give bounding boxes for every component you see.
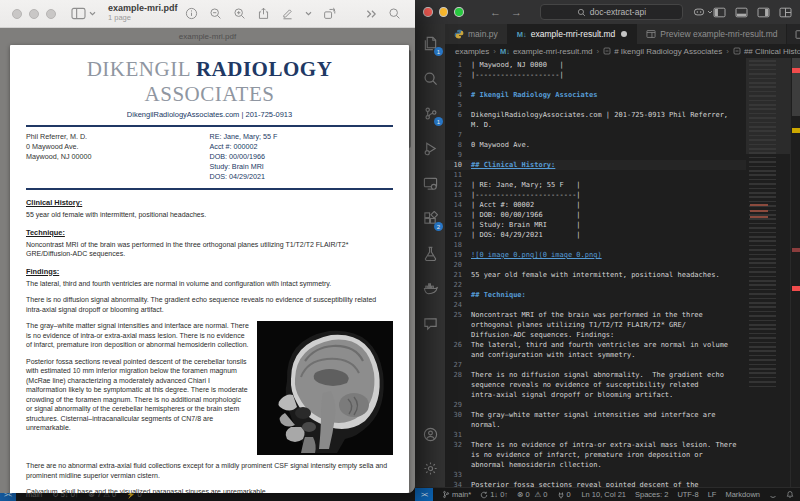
- explorer-icon[interactable]: 1: [419, 32, 441, 54]
- code-line[interactable]: 9: [445, 150, 746, 160]
- code-line[interactable]: Diffusion-ADC sequences. Findings:: [445, 330, 746, 340]
- breadcrumb-symbol-h2[interactable]: ## Clinical History:: [733, 47, 800, 56]
- sidebar-toggle-button[interactable]: [71, 7, 96, 20]
- minimize-window-button[interactable]: [439, 7, 449, 17]
- open-changes-icon[interactable]: [795, 29, 800, 40]
- command-center-search[interactable]: doc-extract-api: [540, 4, 683, 20]
- search-icon[interactable]: [419, 67, 441, 89]
- accounts-icon[interactable]: [419, 423, 441, 445]
- code-line[interactable]: 31: [445, 430, 746, 440]
- code-line[interactable]: 16 | Study: Brain MRI |: [445, 220, 746, 230]
- zoom-window-button[interactable]: [46, 9, 56, 19]
- info-button[interactable]: [185, 7, 198, 20]
- branch-status[interactable]: main*: [442, 490, 471, 499]
- code-line[interactable]: 5: [445, 100, 746, 110]
- code-line[interactable]: intra-axial signal dropoff or blooming a…: [445, 390, 746, 400]
- copilot-menu-button[interactable]: [693, 7, 713, 17]
- code-line[interactable]: orthogonal planes utilizing T1/T2/T2 FLA…: [445, 320, 746, 330]
- code-line[interactable]: M. D.: [445, 120, 746, 130]
- code-line[interactable]: 33: [445, 470, 746, 480]
- problems-status[interactable]: ⊗ 0 ⚠ 0: [517, 490, 547, 499]
- breadcrumb-file[interactable]: M↓ example-mri-result.md: [500, 47, 593, 56]
- minimize-window-button[interactable]: [29, 9, 39, 19]
- code-line[interactable]: 2 |--------------------|: [445, 70, 746, 80]
- toggle-primary-sidebar-button[interactable]: [713, 7, 726, 18]
- breadcrumb-symbol-h1[interactable]: # Ikengil Radiology Associates: [603, 47, 722, 56]
- extensions-icon[interactable]: 2: [419, 207, 441, 229]
- navigate-back-button[interactable]: ←: [490, 6, 501, 18]
- code-line[interactable]: and configuration with intact symmetry.: [445, 350, 746, 360]
- markup-button[interactable]: [281, 7, 294, 20]
- code-line[interactable]: 13 |------------------------|: [445, 190, 746, 200]
- zoom-out-button[interactable]: [209, 7, 222, 20]
- zoom-window-button[interactable]: [454, 7, 464, 17]
- editor-scrollbar[interactable]: [790, 58, 800, 487]
- code-line[interactable]: 21 55 year old female with intermittent,…: [445, 270, 746, 280]
- code-line[interactable]: 23 ## Technique:: [445, 290, 746, 300]
- breadcrumb-folder[interactable]: examples: [455, 47, 489, 56]
- code-line[interactable]: sequence reveals no evidence of suscepti…: [445, 380, 746, 390]
- code-line[interactable]: 6 DikengilRadiologyAssociates.com | 201-…: [445, 110, 746, 120]
- code-line[interactable]: 27: [445, 360, 746, 370]
- code-line[interactable]: abnormal hemosiderin cllection.: [445, 460, 746, 470]
- toggle-panel-button[interactable]: [735, 7, 748, 18]
- share-button[interactable]: [257, 7, 270, 20]
- toggle-secondary-sidebar-button[interactable]: [757, 7, 770, 18]
- rotate-button[interactable]: [323, 7, 336, 20]
- source-control-icon[interactable]: 1: [419, 102, 441, 124]
- code-line[interactable]: 19 ![0_image_0.png](0_image_0.png): [445, 250, 746, 260]
- code-line[interactable]: 26 The lateral, third and fourth ventric…: [445, 340, 746, 350]
- language-mode[interactable]: Markdown: [725, 490, 760, 499]
- code-line[interactable]: 14 | Acct #: 00002 |: [445, 200, 746, 210]
- code-line[interactable]: 3: [445, 80, 746, 90]
- run-and-debug-icon[interactable]: [419, 137, 441, 159]
- tab-main-py[interactable]: main.py: [445, 24, 508, 44]
- docker-icon[interactable]: [419, 277, 441, 299]
- code-line[interactable]: 25 Noncontrast MRI of the brain was perf…: [445, 310, 746, 320]
- code-line[interactable]: 1 | Maywood, NJ 0000 |: [445, 60, 746, 70]
- code-line[interactable]: 17 | DOS: 04/29/2021 |: [445, 230, 746, 240]
- remote-explorer-icon[interactable]: [419, 172, 441, 194]
- code-line[interactable]: 15 | DOB: 00/00/1966 |: [445, 210, 746, 220]
- code-line[interactable]: 11: [445, 170, 746, 180]
- tab-preview-example-mri-result-md[interactable]: Preview example-mri-result.md: [637, 24, 787, 44]
- minimap[interactable]: [746, 58, 790, 487]
- scrollbar-thumb[interactable]: [792, 58, 800, 116]
- code-line[interactable]: 28 There is no diffusion signal abnormal…: [445, 370, 746, 380]
- markup-chevron-button[interactable]: [305, 11, 312, 16]
- code-line[interactable]: 4 # Ikengil Radiology Associates: [445, 90, 746, 100]
- testing-icon[interactable]: [419, 242, 441, 264]
- code-line[interactable]: 32 There is no evidence of intra-or extr…: [445, 440, 746, 450]
- code-line[interactable]: 29: [445, 400, 746, 410]
- navigate-forward-button[interactable]: →: [511, 6, 522, 18]
- feedback-icon[interactable]: [769, 491, 777, 499]
- encoding[interactable]: UTF-8: [677, 490, 698, 499]
- code-area[interactable]: 1 | Maywood, NJ 0000 | 2 |--------------…: [445, 58, 746, 487]
- more-toolbar-items-button[interactable]: [366, 9, 377, 19]
- chat-icon[interactable]: [419, 312, 441, 334]
- code-line[interactable]: 24: [445, 300, 746, 310]
- code-line[interactable]: 20: [445, 260, 746, 270]
- zoom-in-button[interactable]: [233, 7, 246, 20]
- customize-layout-button[interactable]: [779, 7, 792, 18]
- tab-example-mri-result-md[interactable]: M↓ example-mri-result.md: [508, 24, 638, 44]
- search-button[interactable]: [388, 7, 401, 20]
- eol-sequence[interactable]: LF: [708, 490, 717, 499]
- ports-status[interactable]: 0: [557, 490, 571, 499]
- cursor-position[interactable]: Ln 10, Col 21: [581, 490, 626, 499]
- notifications-bell-icon[interactable]: [786, 490, 794, 499]
- code-line[interactable]: 12 | RE: Jane, Mary; 55 F |: [445, 180, 746, 190]
- sync-status[interactable]: 1↓ 0↑: [480, 490, 508, 499]
- close-window-button[interactable]: [423, 7, 433, 17]
- code-line[interactable]: normal.: [445, 420, 746, 430]
- remote-indicator[interactable]: ><: [415, 488, 433, 501]
- code-line[interactable]: 8 0 Maywood Ave.: [445, 140, 746, 150]
- close-window-button[interactable]: [12, 9, 22, 19]
- code-line[interactable]: 30 The gray–white matter signal intensit…: [445, 410, 746, 420]
- code-line[interactable]: 22: [445, 280, 746, 290]
- code-line[interactable]: 34 Posterior fossa sections reveal point…: [445, 480, 746, 487]
- code-line[interactable]: is no evidence of infarct, premature iro…: [445, 450, 746, 460]
- code-line[interactable]: 10 ## Clinical History:: [445, 160, 746, 170]
- code-line[interactable]: 7: [445, 130, 746, 140]
- indentation[interactable]: Spaces: 2: [635, 490, 668, 499]
